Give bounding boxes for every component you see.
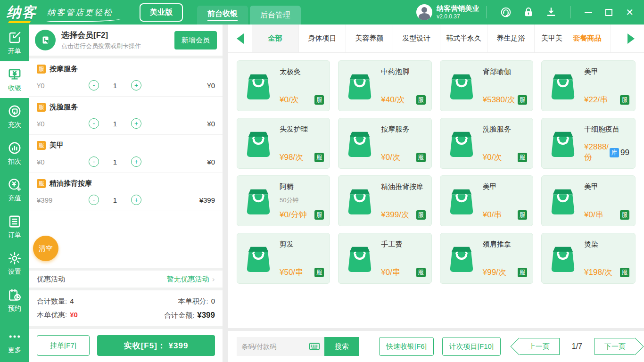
cart-panel: 选择会员[F2] 点击进行会员搜索或刷卡操作 新增会员 服 按摩服务 ¥0 - … — [29, 25, 223, 362]
sidebar-item-open-order[interactable]: 开单 — [0, 25, 29, 61]
product-type-badge: 服 — [620, 95, 629, 105]
product-card[interactable]: 精油推背按摩 ¥399/次 服 — [338, 175, 431, 226]
product-card[interactable]: 背部瑜伽 ¥5380/次 服 — [440, 60, 533, 111]
product-price: ¥22/串 — [584, 94, 608, 105]
order-total: 合计金额:¥399 — [164, 311, 215, 320]
keyboard-icon[interactable] — [308, 337, 324, 356]
booking-clock-icon — [8, 288, 22, 302]
promo-value[interactable]: 暂无优惠活动 › — [167, 275, 215, 284]
decrease-qty-button[interactable]: - — [89, 195, 99, 205]
sidebar-item-cashier[interactable]: 收银 — [0, 61, 29, 98]
minimize-button[interactable] — [585, 12, 592, 13]
select-member-title: 选择会员[F2] — [61, 30, 141, 41]
cart-item[interactable]: 服 洗脸服务 ¥0 - 1 + ¥0 — [29, 97, 223, 135]
lock-icon[interactable] — [522, 6, 535, 18]
product-type-badge: 服 — [314, 153, 324, 162]
product-grid: 太极灸 ¥0/次 服 中药泡脚 ¥40/次 服 背部瑜伽 ¥5380/次 服 美… — [237, 60, 636, 284]
support-icon[interactable] — [500, 6, 512, 18]
product-card[interactable]: 美甲 ¥0/串 服 — [541, 175, 636, 226]
shopping-bag-icon — [346, 71, 373, 100]
product-card[interactable]: 颈肩推拿 ¥99/次 服 — [440, 233, 533, 284]
cart-item-price: ¥399 — [37, 196, 89, 204]
decrease-qty-button[interactable]: - — [89, 118, 99, 129]
increase-qty-button[interactable]: + — [131, 156, 141, 167]
product-name: 精油推背按摩 — [381, 182, 425, 191]
increase-qty-button[interactable]: + — [131, 80, 141, 90]
header-tab-back-admin[interactable]: 后台管理 — [250, 6, 301, 25]
product-type-badge: 服 — [620, 210, 629, 220]
product-note: 50分钟 — [280, 196, 324, 205]
product-card[interactable]: 按摩服务 ¥0/次 服 — [338, 118, 431, 169]
download-icon[interactable] — [545, 6, 557, 18]
add-member-button[interactable]: 新增会员 — [174, 31, 217, 49]
product-type-badge: 服 — [416, 153, 426, 162]
decrease-qty-button[interactable]: - — [89, 156, 99, 167]
total-qty: 合计数量:4 — [37, 297, 74, 306]
sidebar-item-booking[interactable]: 预约 — [0, 282, 29, 319]
product-card[interactable]: 太极灸 ¥0/次 服 — [237, 60, 330, 111]
product-card[interactable]: 头发护理 ¥98/次 服 — [237, 118, 330, 169]
product-card[interactable]: 手工费 ¥0/串 服 — [338, 233, 431, 284]
decrease-qty-button[interactable]: - — [89, 80, 99, 90]
count-item-button[interactable]: 计次项目[F10] — [442, 337, 501, 356]
product-card[interactable]: 洗脸服务 ¥0/次 服 — [440, 118, 533, 169]
sidebar-item-settings[interactable]: 设置 — [0, 245, 29, 282]
pay-button[interactable]: 实收[F5]： ¥399 — [97, 335, 215, 356]
product-name: 美甲 — [483, 182, 527, 191]
cart-item-amount: ¥0 — [207, 82, 215, 90]
product-card[interactable]: 阿耨 50分钟 ¥0/分钟 服 — [237, 175, 330, 226]
category-tab[interactable]: 全部 — [252, 25, 299, 52]
member-card-icon — [35, 30, 56, 50]
quick-cashier-button[interactable]: 快速收银[F6] — [379, 337, 434, 356]
category-tab[interactable]: 套餐商品 — [564, 25, 611, 52]
sidebar-item-orders[interactable]: 订单 — [0, 208, 29, 245]
shopping-bag-icon — [549, 244, 577, 273]
category-tab[interactable]: 美甲美 — [535, 25, 564, 52]
product-card[interactable]: 中药泡脚 ¥40/次 服 — [338, 60, 431, 111]
prev-page-button[interactable]: 上一页 — [519, 338, 560, 355]
next-page-button[interactable]: 下一页 — [594, 338, 636, 355]
shopping-bag-icon — [448, 186, 475, 215]
category-scroll-left-button[interactable] — [228, 25, 252, 52]
sidebar-item-more[interactable]: 更多 — [0, 323, 29, 360]
product-type-badge: 服 — [518, 268, 527, 277]
settings-gear-icon — [8, 251, 22, 265]
clear-cart-button[interactable]: 清空 — [33, 236, 58, 261]
header-tab-front-cashier[interactable]: 前台收银 — [197, 6, 248, 25]
category-bar: 全部身体项目美容养颜发型设计韩式半永久养生足浴美甲美套餐商品 — [228, 25, 644, 53]
search-button[interactable]: 搜索 — [324, 337, 359, 356]
product-card[interactable]: 烫染 ¥198/次 服 — [541, 233, 636, 284]
category-tab[interactable]: 美容养颜 — [346, 25, 393, 52]
product-type-badge: 服 — [416, 210, 426, 220]
cart-item[interactable]: 服 精油推背按摩 ¥399 - 1 + ¥399 — [29, 173, 223, 211]
close-button[interactable]: ✕ — [626, 8, 634, 17]
cart-item-qty: 1 — [99, 196, 131, 204]
product-card[interactable]: 干细胞疫苗 ¥2888/份 库 99 — [541, 118, 636, 169]
product-card[interactable]: 剪发 ¥50/串 服 — [237, 233, 330, 284]
cart-item[interactable]: 服 按摩服务 ¥0 - 1 + ¥0 — [29, 58, 223, 97]
barcode-input[interactable] — [237, 337, 308, 356]
category-scroll-right-button[interactable] — [618, 25, 644, 52]
sidebar-item-deduct-times[interactable]: 扣次 — [0, 135, 29, 172]
increase-qty-button[interactable]: + — [131, 118, 141, 129]
edition-badge-button[interactable]: 美业版 — [140, 3, 183, 22]
product-card[interactable]: 美甲 ¥22/串 服 — [541, 60, 636, 111]
product-card[interactable]: 美甲 ¥0/串 服 — [440, 175, 533, 226]
product-name: 剪发 — [280, 240, 324, 249]
select-member-area[interactable]: 选择会员[F2] 点击进行会员搜索或刷卡操作 新增会员 — [29, 25, 223, 56]
category-tab[interactable]: 发型设计 — [393, 25, 440, 52]
category-tab[interactable]: 韩式半永久 — [440, 25, 487, 52]
sidebar-item-recharge-value[interactable]: 充值 — [0, 172, 29, 208]
cart-item[interactable]: 服 美甲 ¥0 - 1 + ¥0 — [29, 135, 223, 173]
sidebar-item-recharge-times[interactable]: 充次 — [0, 98, 29, 135]
product-name: 太极灸 — [280, 67, 324, 76]
category-tab[interactable]: 养生足浴 — [487, 25, 535, 52]
maximize-button[interactable] — [605, 9, 612, 16]
user-avatar[interactable] — [416, 4, 432, 20]
shopping-bag-icon — [448, 71, 475, 100]
category-tab[interactable]: 身体项目 — [299, 25, 346, 52]
hold-order-button[interactable]: 挂单[F7] — [37, 335, 90, 356]
increase-qty-button[interactable]: + — [131, 195, 141, 205]
shopping-bag-icon — [549, 186, 577, 215]
product-price: ¥98/次 — [280, 152, 303, 163]
